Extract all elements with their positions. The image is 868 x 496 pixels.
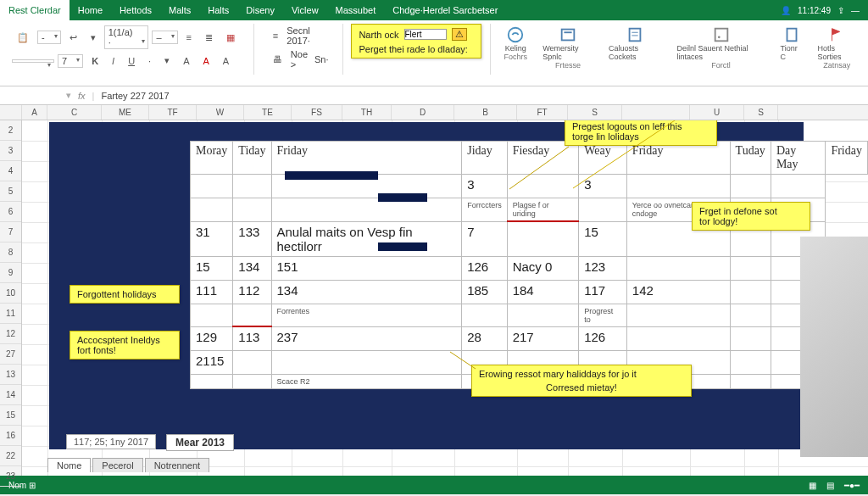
row-header[interactable]: 22 [0, 446, 21, 466]
cal-cell[interactable]: 15 [191, 256, 233, 280]
cal-cell[interactable]: 3 [462, 175, 508, 198]
copy-icon[interactable]: ▾ [86, 30, 101, 46]
fx-icon[interactable]: fx [78, 91, 86, 101]
col-header[interactable]: TF [149, 105, 197, 120]
row-header[interactable]: 14 [0, 385, 21, 405]
cal-cell[interactable]: 134 [271, 280, 462, 304]
col-header[interactable]: U [690, 105, 744, 120]
cal-cell[interactable] [507, 304, 579, 326]
col-header[interactable]: B [454, 105, 517, 120]
cal-cell[interactable] [271, 350, 462, 374]
cal-cell[interactable]: Forrentes [271, 304, 462, 326]
col-header[interactable]: A [22, 105, 47, 120]
cal-cell[interactable]: 133 [233, 221, 271, 256]
cal-cell[interactable] [626, 304, 730, 326]
cal-cell[interactable] [271, 198, 462, 222]
noe-label[interactable]: Noe > [291, 49, 311, 70]
user-icon[interactable]: 👤 [781, 6, 791, 15]
cal-cell[interactable] [191, 374, 233, 388]
font-color-a[interactable]: A [178, 53, 194, 69]
font-box[interactable] [12, 59, 54, 63]
cal-cell[interactable] [191, 304, 233, 326]
cal-cell[interactable]: 134 [233, 256, 271, 280]
cal-cell[interactable]: 31 [191, 221, 233, 256]
italic-button[interactable]: I [107, 53, 120, 69]
cal-cell[interactable]: 117 [579, 280, 627, 304]
cal-cell[interactable]: Scace R2 [271, 374, 462, 388]
fill-icon[interactable]: ▦ [221, 30, 240, 46]
cal-cell[interactable]: 28 [462, 326, 508, 350]
cal-cell[interactable]: 123 [579, 256, 627, 280]
expand-icon[interactable]: ▾ [159, 53, 175, 69]
font-shrink[interactable]: A [218, 53, 234, 69]
font-size[interactable]: 7 [58, 54, 83, 68]
cal-cell[interactable]: Nacy 0 [507, 256, 579, 280]
tion-button[interactable]: Tionr C [776, 24, 808, 63]
cal-cell[interactable] [233, 374, 271, 388]
cal-cell[interactable]: 7 [462, 221, 508, 256]
dd-1[interactable]: - [37, 31, 61, 44]
zoom-slider[interactable]: ━●━ [844, 481, 860, 490]
sheet-tab-nome[interactable]: Nome [47, 458, 91, 472]
row-header[interactable]: 11 [0, 304, 21, 324]
row-header[interactable]: 23 [0, 466, 21, 487]
cal-cell[interactable] [233, 304, 271, 326]
cal-cell[interactable] [771, 175, 826, 198]
row-header[interactable]: 13 [0, 365, 21, 385]
cal-cell[interactable]: 237 [271, 326, 462, 350]
row-header[interactable]: 16 [0, 426, 21, 446]
cal-cell[interactable]: 185 [462, 280, 508, 304]
tab-file[interactable]: Rest Clerdar [0, 0, 70, 20]
bold-button[interactable]: K [86, 53, 103, 69]
cal-cell[interactable] [233, 350, 271, 374]
cal-cell[interactable] [579, 198, 627, 222]
tab-chdge[interactable]: Chdge·Herdel Sarcbetser [384, 0, 506, 20]
row-header[interactable]: 12 [0, 324, 21, 344]
col-header[interactable]: TH [342, 105, 392, 120]
flag-button[interactable]: Hotls SortiesZatnsay [813, 24, 861, 71]
cal-cell[interactable]: 126 [462, 256, 508, 280]
cal-cell[interactable]: 15 [579, 221, 627, 256]
cal-cell[interactable] [730, 280, 771, 304]
cal-cell[interactable]: 111 [191, 280, 233, 304]
keling-button[interactable]: KelingFochrs [499, 24, 533, 63]
calculate-button[interactable]: Caluosts Cockets [604, 24, 666, 63]
row-header[interactable]: 5 [0, 181, 21, 202]
tab-home[interactable]: Home [70, 0, 111, 20]
row-header[interactable]: 3 [0, 141, 21, 161]
tab-malts[interactable]: Malts [160, 0, 199, 20]
cal-cell[interactable]: 217 [507, 326, 579, 350]
sheet-canvas[interactable]: MorayTidayFridayJidayFiesdayWeayFridayTu… [22, 120, 868, 476]
minimize-icon[interactable]: — [851, 6, 860, 15]
cal-cell[interactable] [730, 374, 771, 388]
tab-hettods[interactable]: Hettods [111, 0, 160, 20]
cut-icon[interactable]: ↩ [64, 30, 82, 46]
cal-cell[interactable] [462, 304, 508, 326]
dd-2[interactable]: 1(1/a) · [104, 25, 149, 49]
cal-cell[interactable]: 3 [579, 175, 627, 198]
col-header[interactable]: D [392, 105, 454, 120]
dd-3[interactable]: – [152, 31, 177, 44]
col-header[interactable]: S [744, 105, 778, 120]
row-header[interactable]: 8 [0, 242, 21, 263]
cal-cell[interactable] [730, 304, 771, 326]
cal-cell[interactable]: 142 [626, 280, 730, 304]
tab-massubet[interactable]: Massubet [327, 0, 385, 20]
cal-cell[interactable] [730, 326, 771, 350]
row-header[interactable]: 27 [0, 344, 21, 365]
row-header[interactable]: 4 [0, 161, 21, 181]
decimal-button[interactable]: Deilnl Sauent Nethial lintacesForctl [671, 24, 770, 71]
cal-cell[interactable]: 126 [579, 326, 627, 350]
cal-cell[interactable]: 113 [233, 326, 271, 350]
row-header[interactable]: 15 [0, 405, 21, 426]
view-layout-icon[interactable]: ▤ [826, 481, 834, 490]
row-header[interactable]: 2 [0, 120, 21, 141]
formula-content[interactable]: Fartey 227 2017 [101, 91, 169, 101]
row-header[interactable]: 7 [0, 222, 21, 242]
row-header[interactable]: 9 [0, 263, 21, 283]
cal-cell[interactable] [626, 175, 730, 198]
print-icon[interactable]: 🖶 [268, 52, 287, 67]
col-header[interactable]: FS [292, 105, 342, 120]
cal-cell[interactable] [730, 256, 771, 280]
col-header[interactable]: FT [517, 105, 568, 120]
